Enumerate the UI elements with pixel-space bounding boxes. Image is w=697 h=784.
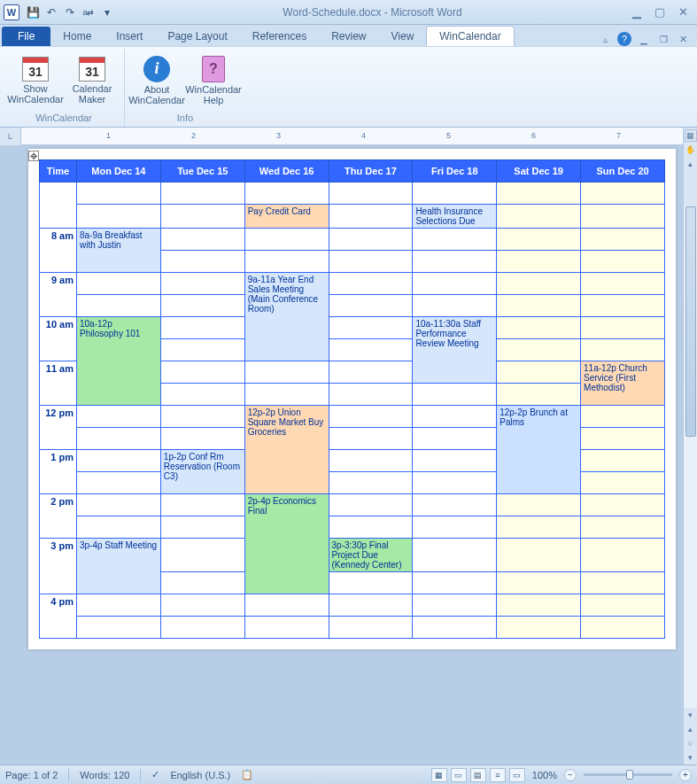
event-staff-meeting[interactable]: 3p-4p Staff Meeting [77,539,161,594]
event-brunch[interactable]: 12p-2p Brunch at Palms [497,406,581,494]
qat-dropdown-icon[interactable]: ▾ [99,4,115,20]
scrollbar-thumb[interactable] [685,206,696,437]
table-row[interactable]: 2 pm 2p-4p Economics Final [40,494,665,516]
tab-insert[interactable]: Insert [104,27,155,46]
tab-review[interactable]: Review [319,27,378,46]
tab-view[interactable]: View [379,27,427,46]
scroll-down-icon[interactable]: ▾ [685,709,697,721]
zoom-level[interactable]: 100% [532,770,557,780]
col-mon: Mon Dec 14 [77,160,161,182]
save-button[interactable]: 💾 [25,4,41,20]
info-icon: i [143,56,170,82]
zoom-slider[interactable] [584,773,672,776]
ruler-mark: 2 [191,131,196,140]
event-market[interactable]: 12p-2p Union Square Market Buy Groceries [244,406,329,494]
table-row[interactable]: Pay Credit Card Health Insurance Selecti… [40,205,665,229]
scroll-up-icon[interactable]: ▴ [685,158,697,170]
event-conf-room[interactable]: 1p-2p Conf Rm Reservation (Room C3) [160,450,244,494]
event-philosophy[interactable]: 10a-12p Philosophy 101 [77,317,161,406]
ruler-toggle-icon[interactable]: ▦ [685,129,697,142]
window-controls: ▁ ▢ ✕ [630,5,690,19]
table-row[interactable] [40,182,665,205]
table-move-handle-icon[interactable]: ✥ [28,151,39,161]
tab-home[interactable]: Home [50,27,104,46]
hand-tool-icon[interactable]: ✋ [685,144,697,156]
insert-mode-icon[interactable]: 📋 [241,769,253,780]
redo-button[interactable]: ↷ [62,4,78,20]
table-row[interactable] [40,617,665,639]
event-breakfast[interactable]: 8a-9a Breakfast with Justin [77,229,161,273]
col-sat: Sat Dec 19 [497,160,581,182]
group-label: WinCalendar [35,111,92,125]
zoom-in-button[interactable]: + [679,769,692,781]
col-tue: Tue Dec 15 [160,160,244,182]
outline-view-icon[interactable]: ≡ [490,768,506,782]
word-count[interactable]: Words: 120 [80,770,129,780]
scrollbar-track[interactable] [684,206,698,708]
table-row[interactable]: 3 pm 3p-4p Staff Meeting 3p-3:30p Final … [40,539,665,572]
col-thu: Thu Dec 17 [329,160,413,182]
schedule-table[interactable]: Time Mon Dec 14 Tue Dec 15 Wed Dec 16 Th… [39,159,665,639]
col-time: Time [40,160,77,182]
ruler-mark: 3 [276,131,281,140]
vertical-scrollbar[interactable]: ▦ ✋ ▴ ▾ ▴ ○ ▾ [683,128,697,765]
show-wincalendar-button[interactable]: 31 Show WinCalendar [9,50,62,111]
event-final-project[interactable]: 3p-3:30p Final Project Due (Kennedy Cent… [329,539,413,572]
ribbon-minimize-icon[interactable]: ▵ [598,32,612,46]
title-bar: W 💾 ↶ ↷ a⇄ ▾ Word-Schedule.docx - Micros… [0,0,697,25]
quick-access-toolbar: 💾 ↶ ↷ a⇄ ▾ [25,4,115,20]
ribbon-group-wincalendar: 31 Show WinCalendar 31 Calendar Maker Wi… [4,49,125,127]
language-button[interactable]: a⇄ [81,4,97,20]
window-title: Word-Schedule.docx - Microsoft Word [115,6,630,19]
proofing-icon[interactable]: ✓ [151,769,159,780]
doc-restore-icon[interactable]: ❐ [656,32,670,46]
minimize-button[interactable]: ▁ [630,5,644,19]
calendar-icon: 31 [79,57,105,82]
next-page-icon[interactable]: ▾ [685,751,697,764]
document-area[interactable]: ✥ Time Mon Dec 14 Tue Dec 15 Wed Dec 16 … [0,145,683,765]
undo-button[interactable]: ↶ [43,4,59,20]
col-wed: Wed Dec 16 [244,160,329,182]
maximize-button[interactable]: ▢ [653,5,667,19]
event-pay-credit[interactable]: Pay Credit Card [244,205,329,229]
event-sales-meeting[interactable]: 9a-11a Year End Sales Meeting (Main Conf… [244,273,329,361]
table-row[interactable]: 4 pm [40,594,665,617]
table-row[interactable] [40,516,665,539]
draft-view-icon[interactable]: ▭ [509,768,525,782]
wincalendar-help-button[interactable]: ? WinCalendar Help [187,50,240,111]
ribbon-tabs: File Home Insert Page Layout References … [0,25,697,46]
table-row[interactable]: 10 am 10a-12p Philosophy 101 10a-11:30a … [40,317,665,339]
doc-close-icon[interactable]: ✕ [676,32,690,46]
browse-object-icon[interactable]: ○ [685,737,697,749]
ruler-corner[interactable]: L [0,128,21,145]
event-staff-performance[interactable]: 10a-11:30a Staff Performance Review Meet… [413,317,497,384]
close-button[interactable]: ✕ [676,5,690,19]
tab-references[interactable]: References [240,27,319,46]
document-page[interactable]: ✥ Time Mon Dec 14 Tue Dec 15 Wed Dec 16 … [28,149,676,649]
table-row[interactable]: 9 am 9a-11a Year End Sales Meeting (Main… [40,273,665,295]
horizontal-ruler[interactable]: 1 2 3 4 5 6 7 [21,128,697,144]
calendar-maker-button[interactable]: 31 Calendar Maker [66,50,119,111]
event-economics-final[interactable]: 2p-4p Economics Final [244,494,329,594]
language-status[interactable]: English (U.S.) [170,770,230,780]
table-row[interactable]: 12 pm 12p-2p Union Square Market Buy Gro… [40,406,665,428]
zoom-out-button[interactable]: − [564,769,577,781]
event-church[interactable]: 11a-12p Church Service (First Methodist) [581,361,665,406]
about-wincalendar-button[interactable]: i About WinCalendar [130,50,183,111]
web-layout-view-icon[interactable]: ▤ [470,768,486,782]
page-status[interactable]: Page: 1 of 2 [5,770,58,780]
table-row[interactable]: 8 am 8a-9a Breakfast with Justin [40,229,665,251]
tab-file[interactable]: File [2,27,50,46]
print-layout-view-icon[interactable]: ▦ [431,768,447,782]
table-row[interactable] [40,295,665,317]
help-icon[interactable]: ? [617,32,631,46]
doc-minimize-icon[interactable]: ▁ [637,32,651,46]
ruler-row: L 1 2 3 4 5 6 7 [0,128,697,145]
event-health-insurance[interactable]: Health Insurance Selections Due [413,205,497,229]
tab-page-layout[interactable]: Page Layout [155,27,239,46]
prev-page-icon[interactable]: ▴ [685,723,697,735]
fullscreen-reading-view-icon[interactable]: ▭ [451,768,467,782]
word-app-icon: W [4,4,19,20]
zoom-slider-thumb[interactable] [626,770,633,780]
tab-wincalendar[interactable]: WinCalendar [426,26,514,46]
